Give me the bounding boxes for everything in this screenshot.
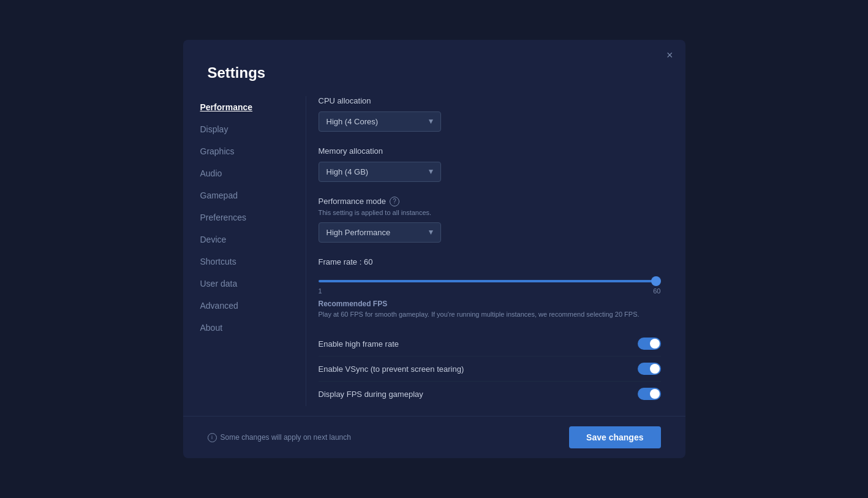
toggle-high-frame-rate[interactable]	[638, 338, 661, 350]
cpu-allocation-section: CPU allocation High (4 Cores) ▼	[319, 96, 661, 132]
memory-allocation-label: Memory allocation	[319, 146, 661, 156]
sidebar-item-display[interactable]: Display	[195, 118, 293, 140]
performance-mode-section: Performance mode ? This setting is appli…	[319, 197, 661, 243]
sidebar-item-user-data[interactable]: User data	[195, 273, 293, 295]
close-button[interactable]: ×	[666, 50, 673, 61]
performance-mode-select-wrapper: High Performance ▼	[319, 222, 441, 243]
footer-info-text: Some changes will apply on next launch	[221, 433, 351, 442]
fps-hint-title: Recommended FPS	[319, 300, 661, 308]
sidebar-item-device[interactable]: Device	[195, 228, 293, 251]
cpu-allocation-label: CPU allocation	[319, 96, 661, 105]
sidebar-item-graphics[interactable]: Graphics	[195, 140, 293, 162]
performance-mode-help-icon[interactable]: ?	[390, 197, 399, 206]
sidebar-item-performance[interactable]: Performance	[195, 96, 293, 118]
performance-mode-label-text: Performance mode	[319, 197, 387, 206]
frame-rate-slider[interactable]	[319, 280, 661, 282]
main-content: CPU allocation High (4 Cores) ▼ Memory a…	[306, 96, 685, 407]
sidebar-item-preferences[interactable]: Preferences	[195, 206, 293, 228]
dialog-footer: i Some changes will apply on next launch…	[183, 416, 685, 458]
toggle-label-high-frame-rate: Enable high frame rate	[319, 339, 399, 349]
toggle-label-vsync: Enable VSync (to prevent screen tearing)	[319, 364, 464, 374]
memory-allocation-select-wrapper: High (4 GB) ▼	[319, 162, 441, 182]
footer-info: i Some changes will apply on next launch	[208, 433, 351, 442]
performance-mode-subtext: This setting is applied to all instances…	[319, 209, 661, 216]
fps-hint-text: Play at 60 FPS for smooth gameplay. If y…	[319, 309, 661, 320]
dialog-title: Settings	[183, 64, 685, 96]
frame-rate-label: Frame rate : 60	[319, 257, 661, 266]
toggle-row-high-frame-rate: Enable high frame rate	[319, 331, 661, 357]
toggle-label-display-fps: Display FPS during gameplay	[319, 390, 423, 399]
footer-info-icon: i	[208, 433, 217, 442]
sidebar-item-shortcuts[interactable]: Shortcuts	[195, 251, 293, 273]
fps-hint: Recommended FPS Play at 60 FPS for smoot…	[319, 300, 661, 320]
memory-allocation-section: Memory allocation High (4 GB) ▼	[319, 146, 661, 182]
save-changes-button[interactable]: Save changes	[569, 426, 660, 448]
performance-mode-label-row: Performance mode ?	[319, 197, 661, 206]
sidebar-item-audio[interactable]: Audio	[195, 162, 293, 184]
frame-rate-section: Frame rate : 60 1 60 Recommended FPS Pla…	[319, 257, 661, 320]
toggle-display-fps[interactable]	[638, 388, 661, 400]
performance-mode-select[interactable]: High Performance	[319, 222, 441, 243]
toggle-row-display-fps: Display FPS during gameplay	[319, 382, 661, 406]
slider-range: 1 60	[319, 287, 661, 295]
slider-max-label: 60	[653, 287, 660, 295]
dialog-body: PerformanceDisplayGraphicsAudioGamepadPr…	[183, 96, 685, 407]
slider-min-label: 1	[319, 287, 322, 295]
sidebar-item-about[interactable]: About	[195, 317, 293, 339]
memory-allocation-select[interactable]: High (4 GB)	[319, 162, 441, 182]
cpu-allocation-select[interactable]: High (4 Cores)	[319, 111, 441, 132]
cpu-allocation-select-wrapper: High (4 Cores) ▼	[319, 111, 441, 132]
settings-dialog: × Settings PerformanceDisplayGraphicsAud…	[183, 40, 685, 459]
toggle-vsync[interactable]	[638, 363, 661, 375]
sidebar: PerformanceDisplayGraphicsAudioGamepadPr…	[183, 96, 306, 407]
frame-rate-slider-container	[319, 274, 661, 285]
sidebar-item-advanced[interactable]: Advanced	[195, 295, 293, 317]
toggle-row-vsync: Enable VSync (to prevent screen tearing)	[319, 357, 661, 382]
toggles-container: Enable high frame rateEnable VSync (to p…	[319, 331, 661, 406]
sidebar-item-gamepad[interactable]: Gamepad	[195, 184, 293, 206]
